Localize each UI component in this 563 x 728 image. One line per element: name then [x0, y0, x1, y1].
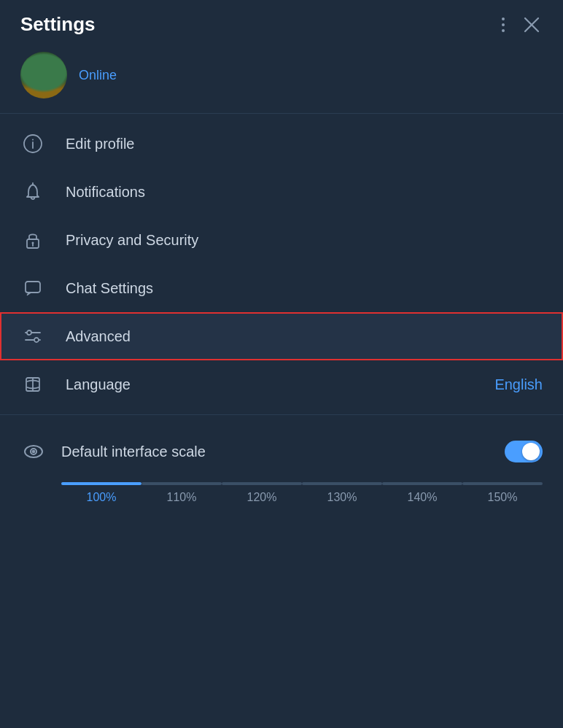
language-icon — [20, 372, 45, 397]
scale-bar-150 — [462, 482, 543, 485]
scale-bar-110 — [141, 482, 222, 485]
sidebar-item-chat-settings[interactable]: Chat Settings — [0, 264, 563, 312]
scale-option-100[interactable]: 100% — [61, 482, 141, 504]
language-label: Language — [66, 376, 474, 393]
chat-settings-label: Chat Settings — [66, 280, 543, 297]
scale-text-140: 140% — [408, 491, 438, 504]
svg-point-12 — [27, 330, 31, 335]
header: Settings — [0, 0, 563, 49]
sliders-icon — [20, 324, 45, 349]
scale-label: Default interface scale — [61, 444, 490, 460]
chat-icon — [20, 276, 45, 301]
divider-bottom — [0, 414, 563, 415]
bell-icon — [20, 179, 45, 204]
advanced-label: Advanced — [66, 328, 543, 345]
toggle-thumb — [522, 443, 540, 460]
svg-point-13 — [34, 338, 39, 342]
online-status: Online — [79, 68, 117, 83]
sidebar-item-notifications[interactable]: Notifications — [0, 168, 563, 216]
scale-option-120[interactable]: 120% — [222, 482, 302, 504]
scale-option-130[interactable]: 130% — [302, 482, 382, 504]
scale-bar-130 — [302, 482, 382, 485]
lock-icon — [20, 228, 45, 252]
scale-bar-container: 100% 110% 120% 130% 140% 150% — [20, 482, 543, 504]
avatar — [20, 52, 67, 98]
header-actions — [499, 14, 543, 36]
scale-row: Default interface scale — [20, 438, 543, 465]
close-icon — [524, 17, 540, 33]
close-button[interactable] — [521, 14, 543, 36]
language-value: English — [494, 376, 543, 393]
toggle-track — [505, 441, 543, 462]
scale-option-140[interactable]: 140% — [382, 482, 462, 504]
scale-option-110[interactable]: 110% — [141, 482, 222, 504]
scale-option-150[interactable]: 150% — [462, 482, 543, 504]
svg-point-18 — [33, 451, 35, 453]
scale-text-110: 110% — [167, 491, 197, 504]
scale-section: Default interface scale 100% 110% 120% — [0, 421, 563, 519]
more-options-button[interactable] — [499, 15, 508, 35]
notifications-label: Notifications — [66, 184, 543, 201]
svg-point-4 — [32, 139, 34, 141]
settings-panel: Settings Online — [0, 0, 563, 728]
scale-text-120: 120% — [247, 491, 277, 504]
scale-text-100: 100% — [87, 491, 117, 504]
privacy-security-label: Privacy and Security — [66, 232, 543, 249]
sidebar-item-privacy-security[interactable]: Privacy and Security — [0, 216, 563, 264]
info-icon — [20, 131, 45, 156]
sidebar-item-edit-profile[interactable]: Edit profile — [0, 120, 563, 168]
menu-list: Edit profile Notifications — [0, 114, 563, 414]
svg-rect-9 — [26, 282, 40, 293]
scale-bar-140 — [382, 482, 462, 485]
sidebar-item-advanced[interactable]: Advanced — [0, 312, 563, 360]
scale-text-130: 130% — [327, 491, 357, 504]
edit-profile-label: Edit profile — [66, 136, 543, 152]
scale-bar-120 — [222, 482, 302, 485]
more-vertical-icon — [502, 18, 505, 32]
page-title: Settings — [20, 13, 96, 36]
scale-bar-100 — [61, 482, 141, 485]
scale-text-150: 150% — [488, 491, 518, 504]
profile-area: Online — [0, 49, 563, 113]
eye-icon — [20, 438, 47, 465]
sidebar-item-language[interactable]: Language English — [0, 360, 563, 408]
scale-toggle[interactable] — [505, 441, 543, 462]
